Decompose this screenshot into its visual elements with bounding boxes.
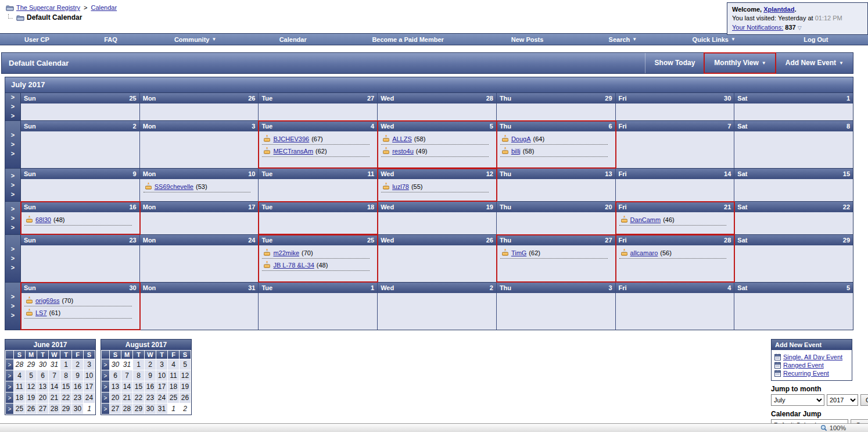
birthday-user-link[interactable]: ALLZS [392, 135, 412, 142]
week-view-link[interactable]: > [11, 151, 15, 157]
day-cell-mon-26[interactable]: Mon26 [140, 93, 259, 120]
birthday-user-link[interactable]: luzl78 [392, 183, 409, 190]
birthday-user-link[interactable]: m22mike [273, 249, 299, 256]
ranged-event-link[interactable]: Ranged Event [783, 362, 824, 369]
day-cell-tue-11[interactable]: Tue11 [259, 169, 378, 201]
birthday-user-link[interactable]: billj [511, 148, 521, 155]
day-cell-wed-26[interactable]: Wed26 [378, 235, 497, 282]
week-view-link[interactable]: > [11, 191, 15, 198]
username-link[interactable]: Xplantdad [763, 6, 794, 13]
day-cell-thu-27[interactable]: Thu27TimG(62) [497, 235, 616, 282]
birthday-user-link[interactable]: JB L-78 &L-34 [273, 262, 314, 269]
birthday-user-link[interactable]: LS7 [35, 309, 47, 316]
mini-week-view-link[interactable]: > [6, 404, 13, 414]
week-view-link[interactable]: > [11, 206, 15, 212]
day-cell-tue-4[interactable]: Tue4BJCHEV396(67)MECTransAm(62) [259, 121, 378, 168]
week-view-link[interactable]: > [11, 182, 15, 188]
birthday-user-link[interactable]: TimG [511, 249, 526, 256]
day-cell-sat-8[interactable]: Sat8 [734, 121, 853, 168]
birthday-user-link[interactable]: DougA [511, 135, 531, 142]
day-cell-sat-29[interactable]: Sat29 [734, 235, 853, 282]
nav-item-search[interactable]: Search▼ [582, 34, 664, 45]
day-cell-fri-30[interactable]: Fri30 [616, 93, 735, 120]
week-view-link[interactable]: > [11, 141, 15, 148]
jump-month-select[interactable]: July [771, 394, 824, 406]
mini-calendar-title[interactable]: June 2017 [5, 340, 95, 350]
nav-item-log-out[interactable]: Log Out [764, 34, 868, 45]
day-cell-sun-16[interactable]: Sun1668l30(48) [21, 202, 140, 234]
day-cell-thu-20[interactable]: Thu20 [497, 202, 616, 234]
birthday-user-link[interactable]: resto4u [392, 148, 414, 155]
week-view-link[interactable]: > [11, 113, 15, 119]
show-today-button[interactable]: Show Today [645, 53, 705, 73]
notifications-link[interactable]: Your Notifications: [732, 24, 783, 31]
day-cell-sun-9[interactable]: Sun9 [21, 169, 140, 201]
day-cell-tue-18[interactable]: Tue18 [259, 202, 378, 234]
week-view-link[interactable]: > [11, 94, 15, 101]
week-view-link[interactable]: > [11, 173, 15, 179]
birthday-user-link[interactable]: 68l30 [35, 216, 51, 223]
nav-item-become-a-paid-member[interactable]: Become a Paid Member [343, 34, 473, 45]
day-cell-sun-2[interactable]: Sun2 [21, 121, 140, 168]
add-new-event-button[interactable]: Add New Event▼ [776, 53, 853, 73]
nav-item-faq[interactable]: FAQ [74, 34, 148, 45]
day-cell-wed-5[interactable]: Wed5ALLZS(58)resto4u(49) [378, 121, 497, 168]
mini-week-view-link[interactable]: > [102, 381, 109, 392]
birthday-user-link[interactable]: DanCamm [630, 216, 661, 223]
week-view-link[interactable]: > [11, 224, 15, 231]
day-cell-wed-19[interactable]: Wed19 [378, 202, 497, 234]
day-cell-fri-7[interactable]: Fri7 [616, 121, 735, 168]
mini-week-view-link[interactable]: > [6, 392, 13, 403]
mini-week-view-link[interactable]: > [6, 359, 13, 370]
day-cell-thu-3[interactable]: Thu3 [497, 283, 616, 330]
week-view-link[interactable]: > [11, 215, 15, 222]
nav-item-community[interactable]: Community▼ [148, 34, 243, 45]
day-cell-sat-15[interactable]: Sat15 [734, 169, 853, 201]
nav-item-new-posts[interactable]: New Posts [473, 34, 582, 45]
day-cell-thu-13[interactable]: Thu13 [497, 169, 616, 201]
day-cell-fri-21[interactable]: Fri21DanCamm(46) [616, 202, 735, 234]
day-cell-wed-28[interactable]: Wed28 [378, 93, 497, 120]
single-all-day-event-link[interactable]: Single, All Day Event [783, 354, 842, 360]
nav-item-quick-links[interactable]: Quick Links▼ [664, 34, 764, 45]
birthday-user-link[interactable]: orig69ss [35, 297, 60, 304]
day-cell-fri-4[interactable]: Fri4 [616, 283, 735, 330]
day-cell-fri-14[interactable]: Fri14 [616, 169, 735, 201]
mini-week-view-link[interactable]: > [102, 359, 109, 370]
zoom-magnifier-icon[interactable] [820, 424, 827, 431]
birthday-user-link[interactable]: MECTransAm [273, 148, 313, 155]
day-cell-sat-5[interactable]: Sat5 [734, 283, 853, 330]
mini-week-view-link[interactable]: > [6, 381, 13, 392]
day-cell-fri-28[interactable]: Fri28allcamaro(56) [616, 235, 735, 282]
jump-month-go-button[interactable]: Go [860, 394, 868, 406]
day-cell-wed-2[interactable]: Wed2 [378, 283, 497, 330]
birthday-user-link[interactable]: allcamaro [630, 249, 658, 256]
day-cell-sun-25[interactable]: Sun25 [21, 93, 140, 120]
day-cell-sat-22[interactable]: Sat22 [734, 202, 853, 234]
day-cell-wed-12[interactable]: Wed12luzl78(55) [378, 169, 497, 201]
day-cell-sun-30[interactable]: Sun30orig69ss(70)LS7(61) [21, 283, 140, 330]
nav-item-user-cp[interactable]: User CP [0, 34, 74, 45]
day-cell-thu-6[interactable]: Thu6DougA(64)billj(58) [497, 121, 616, 168]
birthday-user-link[interactable]: SS69chevelle [155, 183, 193, 190]
day-cell-mon-31[interactable]: Mon31 [140, 283, 259, 330]
nav-item-calendar[interactable]: Calendar [243, 34, 343, 45]
mini-week-view-link[interactable]: > [102, 370, 109, 381]
birthday-user-link[interactable]: BJCHEV396 [273, 135, 309, 142]
mini-calendar-title[interactable]: August 2017 [101, 340, 191, 350]
jump-year-select[interactable]: 2017 [827, 394, 858, 406]
day-cell-mon-10[interactable]: Mon10SS69chevelle(53) [140, 169, 259, 201]
mini-week-view-link[interactable]: > [102, 392, 109, 403]
week-view-link[interactable]: > [11, 246, 15, 252]
zoom-level[interactable]: 100% [830, 424, 846, 431]
day-cell-mon-17[interactable]: Mon17 [140, 202, 259, 234]
week-view-link[interactable]: > [11, 132, 15, 138]
mini-week-view-link[interactable]: > [6, 370, 13, 381]
day-cell-thu-29[interactable]: Thu29 [497, 93, 616, 120]
week-view-link[interactable]: > [11, 312, 15, 319]
day-cell-tue-1[interactable]: Tue1 [259, 283, 378, 330]
recurring-event-link[interactable]: Recurring Event [783, 370, 829, 377]
breadcrumb-root-link[interactable]: The Supercar Registry [16, 4, 80, 11]
day-cell-tue-27[interactable]: Tue27 [259, 93, 378, 120]
notifications-dropdown-icon[interactable]: ▽ [798, 25, 802, 31]
